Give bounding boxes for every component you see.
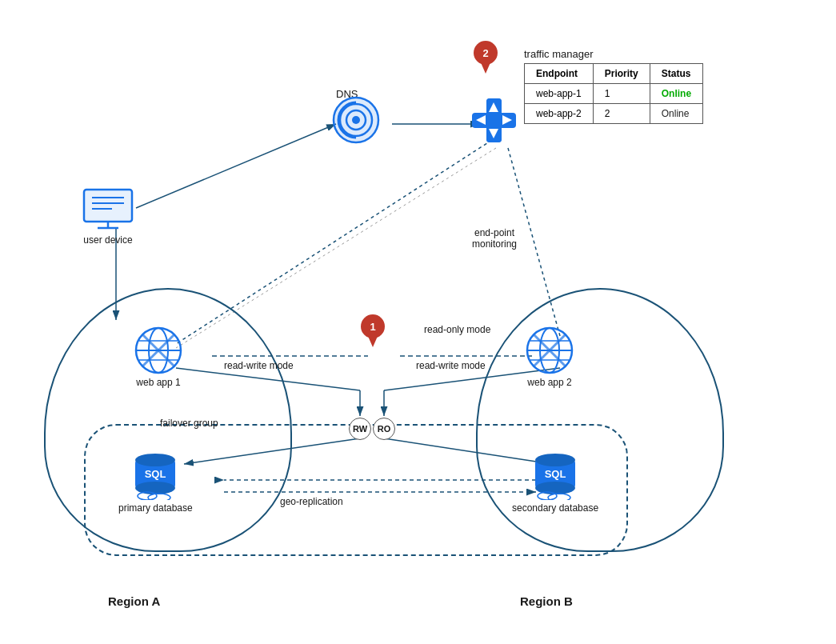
svg-line-4 <box>136 124 336 208</box>
diagram: DNS <box>0 0 836 644</box>
region-b-label: Region B <box>520 594 573 608</box>
svg-rect-32 <box>84 190 132 222</box>
region-a-label: Region A <box>108 594 160 608</box>
status-1: Online <box>650 84 702 104</box>
web-app-2-label: web app 2 <box>527 377 571 388</box>
web-app-1-icon <box>134 326 182 374</box>
col-header-endpoint: Endpoint <box>525 64 594 84</box>
ro-circle: RO <box>373 418 395 440</box>
pin-badge-2: 2 <box>472 40 500 76</box>
svg-text:SQL: SQL <box>545 468 566 480</box>
user-device-icon <box>80 188 136 232</box>
priority-1: 1 <box>593 84 650 104</box>
user-device-icon-wrap: user device <box>80 188 136 246</box>
dns-icon-wrap <box>332 96 380 144</box>
col-header-priority: Priority <box>593 64 650 84</box>
table-row-2: web-app-2 2 Online <box>525 104 703 124</box>
svg-text:2: 2 <box>482 47 488 59</box>
web-app-2-icon-wrap: web app 2 <box>526 326 574 388</box>
svg-text:SQL: SQL <box>145 468 166 480</box>
rw-circle: RW <box>349 418 371 440</box>
primary-db-icon-wrap: SQL primary database <box>118 448 193 514</box>
primary-db-label: primary database <box>118 502 193 514</box>
secondary-db-icon-wrap: SQL secondary database <box>512 448 598 514</box>
web-app-2-icon <box>526 326 574 374</box>
status-2: Online <box>650 104 702 124</box>
svg-text:1: 1 <box>370 321 375 333</box>
failover-label: failover group <box>160 418 218 429</box>
pin-badge-1: 1 <box>359 314 387 350</box>
priority-2: 2 <box>593 104 650 124</box>
dns-icon <box>332 96 380 144</box>
primary-db-icon: SQL <box>127 448 183 500</box>
secondary-db-icon: SQL <box>527 448 583 500</box>
svg-marker-65 <box>480 61 491 74</box>
traffic-manager-table: Endpoint Priority Status web-app-1 1 Onl… <box>524 63 703 124</box>
svg-marker-68 <box>367 334 378 347</box>
endpoint-2: web-app-2 <box>525 104 594 124</box>
svg-point-53 <box>135 454 175 466</box>
web-app-1-label: web app 1 <box>136 377 180 388</box>
endpoint-monitoring-label: end-point monitoring <box>472 216 517 250</box>
traffic-manager-title: traffic manager <box>524 48 703 60</box>
read-write-mode-label-right: read-write mode <box>416 360 486 371</box>
geo-replication-label: geo-replication <box>280 496 343 507</box>
traffic-manager-icon-wrap <box>468 94 520 146</box>
read-write-mode-label-left: read-write mode <box>224 360 294 371</box>
endpoint-1: web-app-1 <box>525 84 594 104</box>
user-device-label: user device <box>83 234 132 246</box>
traffic-manager-icon <box>468 94 520 146</box>
svg-point-59 <box>535 454 575 466</box>
svg-point-23 <box>352 116 360 124</box>
secondary-db-label: secondary database <box>512 502 598 514</box>
col-header-status: Status <box>650 64 702 84</box>
traffic-manager-table-container: traffic manager Endpoint Priority Status… <box>524 48 703 124</box>
table-row-1: web-app-1 1 Online <box>525 84 703 104</box>
web-app-1-icon-wrap: web app 1 <box>134 326 182 388</box>
read-only-mode-label: read-only mode <box>424 324 490 335</box>
